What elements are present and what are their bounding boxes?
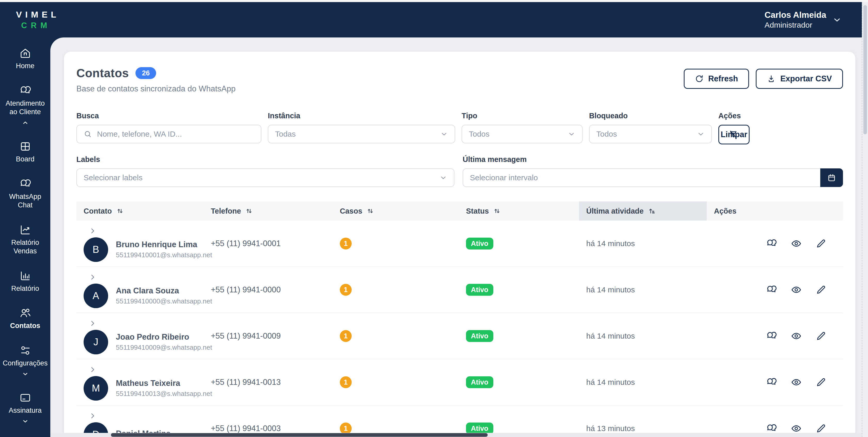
chat-action-button[interactable] <box>766 238 777 249</box>
expand-row-chevron[interactable] <box>89 273 96 281</box>
user-name: Carlos Almeida <box>765 10 826 20</box>
avatar: B <box>84 237 108 262</box>
expand-row-chevron[interactable] <box>89 227 96 235</box>
filter-labels: Labels Selecionar labels <box>76 155 454 187</box>
edit-action-button[interactable] <box>816 423 827 433</box>
sidebar-item-whatsapp-chat[interactable]: WhatsApp Chat <box>1 178 49 209</box>
contact-cell: J Joao Pedro Ribeiro 551199410009@s.what… <box>84 330 212 354</box>
sidebar-item-assinatura[interactable]: Assinatura <box>1 392 49 425</box>
sidebar-item-relatorio-vendas[interactable]: Relatório Vendas <box>1 224 49 256</box>
chat-action-button[interactable] <box>766 284 777 295</box>
sidebar-item-atendimento-ao-cliente[interactable]: Atendimento ao Cliente <box>1 85 49 126</box>
chevron-down-icon <box>22 418 29 425</box>
cases-count-badge: 1 <box>340 423 352 433</box>
contacts-count-badge: 26 <box>135 67 156 79</box>
brand-name: VIMEL <box>16 9 60 20</box>
edit-action-button[interactable] <box>816 377 827 388</box>
contact-name: Bruno Henrique Lima <box>116 240 212 249</box>
filter-label: Tipo <box>462 112 583 120</box>
view-action-button[interactable] <box>791 377 802 388</box>
chevron-down-icon <box>697 130 705 138</box>
vertical-scrollbar[interactable] <box>862 2 868 437</box>
date-range-input[interactable]: Selecionar intervalo <box>463 168 843 187</box>
expand-row-chevron[interactable] <box>89 319 96 327</box>
topbar: VIMEL CRM Carlos Almeida Administrador <box>0 2 862 37</box>
labels-select[interactable]: Selecionar labels <box>76 168 454 187</box>
filter-ultima-mensagem: Última mensagem Selecionar intervalo <box>463 155 843 187</box>
status-badge: Ativo <box>466 330 493 342</box>
edit-action-button[interactable] <box>816 330 827 342</box>
chat-action-button[interactable] <box>766 423 777 433</box>
sidebar-item-configuracoes[interactable]: Configurações <box>1 345 49 377</box>
contact-cell: A Ana Clara Souza 551199410000@s.whatsap… <box>84 284 212 308</box>
filter-label: Labels <box>76 155 454 164</box>
avatar: M <box>84 376 108 401</box>
sidebar-item-board[interactable]: Board <box>1 141 49 164</box>
sidebar-item-contatos[interactable]: Contatos <box>1 307 49 330</box>
calendar-button[interactable] <box>820 168 843 187</box>
search-input[interactable] <box>96 129 254 139</box>
column-header-casos[interactable]: Casos <box>333 201 459 221</box>
view-action-button[interactable] <box>791 330 802 342</box>
refresh-icon <box>695 75 704 83</box>
filter-acoes: Ações Limpar <box>718 112 843 144</box>
table-row: J Joao Pedro Ribeiro 551199410009@s.what… <box>76 313 843 359</box>
brand-logo: VIMEL CRM <box>0 9 60 30</box>
bloqueado-select[interactable]: Todos <box>589 125 712 143</box>
contact-wa-id: 551199410000@s.whatsapp.net <box>116 297 212 305</box>
column-header-contato[interactable]: Contato <box>76 201 204 221</box>
line-chart-icon <box>19 224 31 236</box>
sidebar-item-relatorio[interactable]: Relatório <box>1 270 49 293</box>
view-action-button[interactable] <box>791 423 802 433</box>
chevron-up-icon <box>22 119 29 126</box>
filter-label: Bloqueado <box>589 112 712 120</box>
avatar: J <box>84 330 108 354</box>
view-action-button[interactable] <box>791 238 802 249</box>
contact-phone: +55 (11) 9941-0001 <box>204 221 333 266</box>
user-menu-chevron-down-icon <box>832 15 842 25</box>
status-badge: Ativo <box>466 423 493 433</box>
user-menu[interactable]: Carlos Almeida Administrador <box>765 10 862 30</box>
horizontal-scrollbar[interactable] <box>50 433 862 437</box>
chevron-down-icon <box>568 130 576 138</box>
sort-both-icon <box>116 207 124 215</box>
contact-phone: +55 (11) 9941-0013 <box>204 359 333 405</box>
view-action-button[interactable] <box>791 284 802 295</box>
horizontal-scrollbar-thumb[interactable] <box>111 433 488 437</box>
sliders-icon <box>19 345 31 356</box>
filters-row-1: Busca Instância Todas <box>76 112 843 144</box>
column-header-status[interactable]: Status <box>459 201 579 221</box>
chat-bubbles-icon <box>19 178 31 190</box>
vertical-scrollbar-thumb[interactable] <box>863 5 867 134</box>
chat-action-button[interactable] <box>766 377 777 388</box>
export-csv-button[interactable]: Exportar CSV <box>756 69 843 89</box>
column-header-acoes: Ações <box>707 201 843 221</box>
sidebar-item-home[interactable]: Home <box>1 47 49 70</box>
contact-phone: +55 (11) 9941-0003 <box>204 406 333 433</box>
user-role: Administrador <box>765 21 826 30</box>
instancia-select[interactable]: Todas <box>268 125 455 143</box>
chat-action-button[interactable] <box>766 330 777 342</box>
cases-count-badge: 1 <box>340 284 352 296</box>
contact-phone: +55 (11) 9941-0009 <box>204 313 333 359</box>
tipo-select[interactable]: Todos <box>462 125 583 143</box>
expand-row-chevron[interactable] <box>89 412 96 420</box>
table-header-row: Contato Telefone Casos <box>76 201 843 221</box>
card-header: Contatos 26 Base de contatos sincronizad… <box>76 66 843 93</box>
edit-action-button[interactable] <box>816 238 827 249</box>
filter-label: Instância <box>268 112 455 120</box>
contact-wa-id: 551199410001@s.whatsapp.net <box>116 251 212 259</box>
clear-filters-button[interactable]: Limpar <box>718 125 750 144</box>
contact-name: Joao Pedro Ribeiro <box>116 332 212 342</box>
filter-instancia: Instância Todas <box>268 112 455 144</box>
home-icon <box>19 47 31 59</box>
avatar: A <box>84 284 108 308</box>
edit-action-button[interactable] <box>816 284 827 295</box>
table-row: M Matheus Teixeira 551199410013@s.whatsa… <box>76 359 843 406</box>
filters-row-2: Labels Selecionar labels Última mensagem… <box>76 155 843 187</box>
expand-row-chevron[interactable] <box>89 366 96 374</box>
column-header-telefone[interactable]: Telefone <box>204 201 333 221</box>
column-header-ultima-atividade[interactable]: Última atividade <box>579 201 707 221</box>
main-content: Contatos 26 Base de contatos sincronizad… <box>50 37 862 433</box>
refresh-button[interactable]: Refresh <box>684 69 749 89</box>
